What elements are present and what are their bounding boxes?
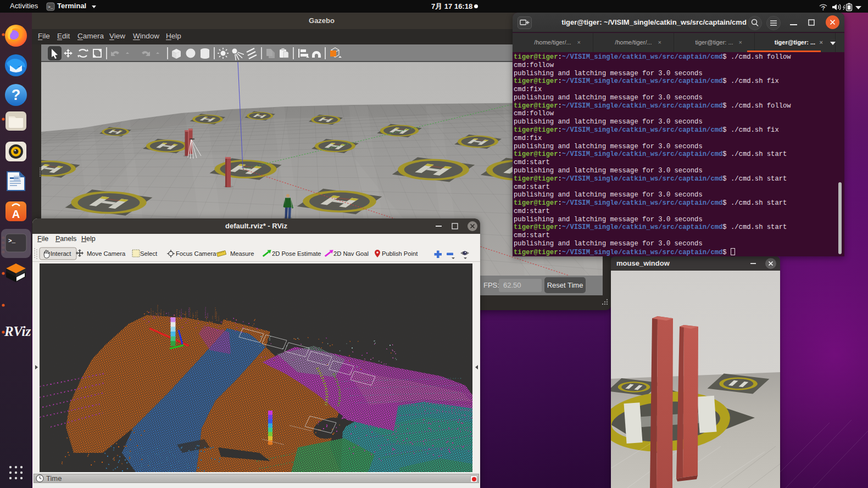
svg-text:>_: >_ (8, 238, 16, 244)
svg-text:Publish Point: Publish Point (382, 250, 418, 257)
svg-text:Measure: Measure (230, 250, 254, 257)
svg-text:Focus Camera: Focus Camera (176, 250, 216, 257)
svg-text:RViz: RViz (4, 324, 31, 339)
svg-text:?: ? (822, 5, 825, 12)
svg-text:2D Nav Goal: 2D Nav Goal (333, 250, 369, 257)
svg-text:>_: >_ (48, 4, 53, 9)
svg-text:Move Camera: Move Camera (87, 250, 126, 257)
svg-text:?: ? (12, 87, 21, 103)
svg-text:A: A (12, 208, 20, 220)
svg-text:Select: Select (140, 250, 158, 257)
svg-text:2D Pose Estimate: 2D Pose Estimate (272, 250, 321, 257)
svg-text:Interact: Interact (51, 250, 71, 257)
